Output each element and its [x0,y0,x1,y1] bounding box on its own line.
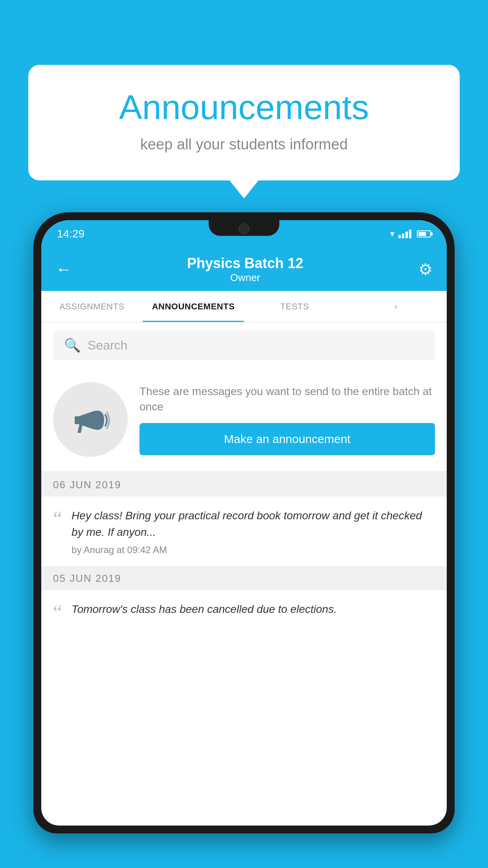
phone-notch [209,219,279,236]
search-icon: 🔍 [64,337,81,353]
tabs-container: ASSIGNMENTS ANNOUNCEMENTS TESTS › [41,291,447,322]
megaphone-icon [71,400,110,439]
announcement-content-1: Hey class! Bring your practical record b… [72,508,435,555]
promo-icon-circle [53,382,128,457]
header-center: Physics Batch 12 Owner [187,255,303,284]
date-divider-1: 06 JUN 2019 [41,473,447,497]
tab-tests[interactable]: TESTS [244,291,345,322]
tab-more[interactable]: › [345,291,447,322]
tab-assignments[interactable]: ASSIGNMENTS [41,291,143,322]
promo-section: These are messages you want to send to t… [41,368,447,473]
make-announcement-button[interactable]: Make an announcement [139,423,435,455]
announcement-content-2: Tomorrow's class has been cancelled due … [72,601,435,622]
batch-title: Physics Batch 12 [187,255,303,272]
quote-icon-1: “ [53,511,62,527]
announcement-text-2: Tomorrow's class has been cancelled due … [72,601,435,618]
phone-container: 14:29 ▾ [33,212,455,868]
speech-bubble-section: Announcements keep all your students inf… [28,65,460,180]
phone-screen: 14:29 ▾ [41,220,447,826]
announcement-meta-1: by Anurag at 09:42 AM [72,544,435,555]
speech-bubble: Announcements keep all your students inf… [28,65,460,180]
announcement-item-1[interactable]: “ Hey class! Bring your practical record… [41,497,447,567]
bubble-title: Announcements [60,88,428,127]
phone-camera [238,223,250,234]
bubble-subtitle: keep all your students informed [60,136,428,153]
status-time: 14:29 [57,228,84,240]
back-button[interactable]: ← [55,260,72,279]
batch-role: Owner [187,272,303,284]
wifi-icon: ▾ [390,229,394,239]
search-bar[interactable]: 🔍 Search [53,330,435,360]
date-divider-2: 05 JUN 2019 [41,567,447,590]
announcement-text-1: Hey class! Bring your practical record b… [72,508,435,541]
signal-bars-icon [398,230,411,238]
announcement-item-2[interactable]: “ Tomorrow's class has been cancelled du… [41,590,447,633]
svg-rect-1 [75,416,79,424]
settings-icon[interactable]: ⚙ [418,260,433,278]
search-placeholder: Search [88,338,127,353]
promo-description: These are messages you want to send to t… [139,384,435,414]
tab-announcements[interactable]: ANNOUNCEMENTS [143,291,244,322]
app-header: ← Physics Batch 12 Owner ⚙ [41,248,447,291]
quote-icon-2: “ [53,604,62,621]
status-icons: ▾ [390,229,431,239]
search-container: 🔍 Search [41,322,447,368]
promo-content: These are messages you want to send to t… [139,384,435,455]
phone-outer: 14:29 ▾ [33,212,455,833]
battery-icon [417,230,431,237]
